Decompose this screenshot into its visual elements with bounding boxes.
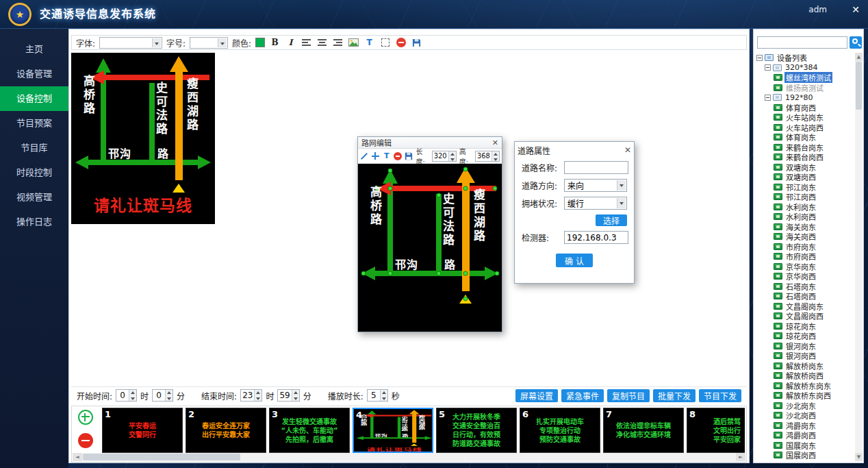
scroll-up-icon[interactable]: ▲ [855,53,863,61]
color-picker-swatch[interactable] [255,38,265,47]
tree-item[interactable]: 设备列表 [755,53,854,63]
nav-item[interactable]: 设备管理 [0,62,68,86]
end-hour-stepper[interactable]: 23 [240,389,262,402]
tree-item[interactable]: 石塔岗西 [755,291,854,301]
tree-expand-icon[interactable] [765,95,771,101]
nav-item[interactable]: 操作日志 [0,210,68,234]
action-button[interactable]: 紧急事件 [561,389,604,402]
nav-item[interactable]: 节目预案 [0,111,68,136]
tree-item[interactable]: 国展岗西 [755,450,854,460]
playlist-item[interactable]: 2 春运安全连万家 出行平安靠大家 [186,408,266,453]
action-button[interactable]: 屏幕设置 [515,389,558,402]
nav-item[interactable]: 设备控制 [0,86,68,111]
spin-up-icon[interactable] [129,390,136,395]
roadnet-editor-canvas[interactable]: 高桥路 史可法路 瘦西湖路 邗沟 路 请礼让斑马线 [358,164,502,332]
end-minute-stepper[interactable]: 59 [277,389,299,402]
tree-item[interactable]: 维扬商测试 [755,83,854,93]
playlist-item[interactable]: 8 酒后禁驾 文明出行 平安回家 [687,408,745,453]
scrollbar-thumb[interactable] [83,454,240,460]
spin-up-icon[interactable] [292,390,299,395]
delete-road-tool[interactable] [394,151,402,161]
spin-down-icon[interactable] [166,395,173,401]
tree-item[interactable]: 石塔岗东 [755,282,854,292]
nav-item[interactable]: 节目库 [0,136,68,160]
playlist-item[interactable]: 3 发生轻微交通事故 “人未伤、车能动” 先拍照，后撤离 [269,408,350,453]
align-left-button[interactable] [301,37,312,49]
dialog-titlebar[interactable]: 道路属性 ✕ [518,144,631,156]
align-right-button[interactable] [332,37,344,49]
device-search-input[interactable] [757,36,847,49]
font-select[interactable] [99,37,162,49]
bold-button[interactable]: B [269,37,281,49]
tree-item[interactable]: 银河岗东 [755,341,854,352]
tree-item[interactable]: 文昌阁岗东 [755,301,854,312]
tree-item[interactable]: 国展岗东 [755,441,854,451]
detector-input[interactable] [564,231,628,244]
spin-down-icon[interactable] [292,395,299,401]
tree-item[interactable]: 银河岗西 [755,351,854,361]
tree-item[interactable]: 水利岗东 [755,202,854,212]
tree-item[interactable]: 解放桥东岗西 [755,391,854,401]
add-program-button[interactable] [78,410,93,425]
tree-item[interactable]: 鸿爵岗西 [755,430,854,441]
close-icon[interactable]: ✕ [492,138,498,147]
tree-item[interactable]: 解放桥岗东 [755,361,854,371]
tree-item[interactable]: 海关岗西 [755,232,854,242]
tree-item[interactable]: 鸿爵岗东 [755,421,854,431]
spin-up-icon[interactable] [255,390,261,395]
tree-item[interactable]: 体育岗东 [755,132,854,143]
spin-down-icon[interactable] [255,395,261,401]
tree-item[interactable]: 琼花岗东 [755,321,854,332]
save-button[interactable] [411,37,422,49]
italic-button[interactable]: I [285,37,296,49]
remove-program-button[interactable] [78,433,93,448]
search-button[interactable] [850,36,862,49]
confirm-button[interactable]: 确 认 [556,254,593,267]
tree-item[interactable]: 海关岗东 [755,222,854,232]
close-icon[interactable]: ✕ [624,145,631,155]
tree-item[interactable]: 邗江岗东 [755,182,854,193]
tree-item[interactable]: 192*80 [755,93,854,103]
tree-item[interactable]: 水利岗西 [755,212,854,222]
action-button[interactable]: 节目下发 [699,389,741,402]
align-center-button[interactable] [316,37,328,49]
playlist-scrollbar[interactable]: ◄ ► [73,453,745,461]
start-minute-stepper[interactable]: 0 [152,389,173,402]
tree-item[interactable]: 双塘岗西 [755,172,854,182]
playlist-item[interactable]: 4 [353,408,433,453]
tree-item[interactable]: 双塘岗东 [755,162,854,173]
text-tool[interactable]: T [383,151,391,161]
nav-item[interactable]: 视频管理 [0,185,68,210]
tree-item[interactable]: 320*384 [755,63,854,73]
tree-item[interactable]: 来鹤台岗西 [755,152,854,162]
playlist-item[interactable]: 6 扎实开展电动车 专项整治行动 预防交通事故 [520,408,600,453]
tree-item[interactable]: 体育岗西 [755,103,854,113]
save-roadnet-button[interactable] [405,151,413,161]
tree-item[interactable]: 文昌阁岗西 [755,311,854,321]
tree-item[interactable]: 火车站岗西 [755,123,854,133]
tree-item[interactable]: 火车站岗东 [755,112,854,123]
text-tool-button[interactable]: T [363,37,375,49]
spin-up-icon[interactable] [166,390,173,395]
tree-item[interactable]: 沙北岗东 [755,401,854,411]
tree-item[interactable]: 来鹤台岗东 [755,143,854,153]
device-tree-scrollbar[interactable]: ▲ ▼ [855,53,863,461]
window-close-icon[interactable]: ✕ [849,3,863,16]
road-name-input[interactable] [564,161,628,174]
spin-down-icon[interactable] [381,395,387,401]
dialog-titlebar[interactable]: 路网编辑 ✕ [358,137,502,149]
draw-cross-tool[interactable] [371,151,379,161]
spin-up-icon[interactable] [381,390,387,395]
tree-item[interactable]: 沙北岗西 [755,410,854,421]
start-hour-stepper[interactable]: 0 [116,389,137,402]
current-user[interactable]: adm [808,5,827,14]
playlist-item[interactable]: 5 大力开展秋冬季 交通安全整治百 日行动，有效预 防道路交通事故 [436,408,517,453]
fit-screen-button[interactable] [379,37,391,49]
tree-item[interactable]: 解放桥东岗东 [755,381,854,391]
tree-expand-icon[interactable] [756,55,763,61]
nav-item[interactable]: 主页 [0,37,68,62]
tree-item[interactable]: 解放桥岗西 [755,371,854,381]
action-button[interactable]: 复制节目 [607,389,650,402]
scrollbar-thumb[interactable] [856,62,862,110]
congestion-select[interactable]: 缓行 [564,197,627,210]
